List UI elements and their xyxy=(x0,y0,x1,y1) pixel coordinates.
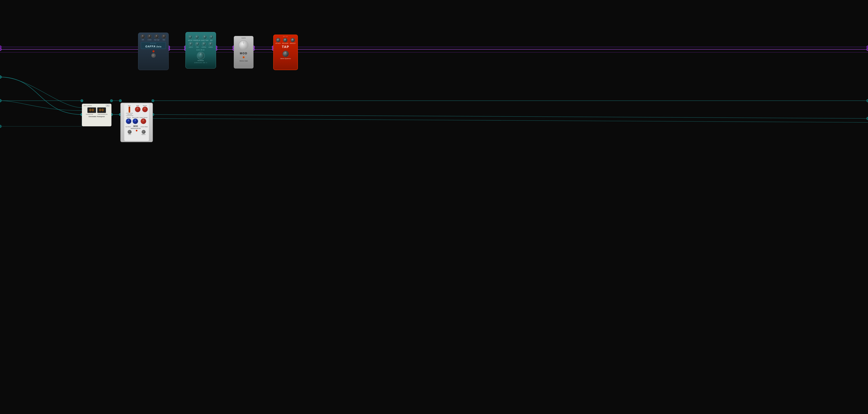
svg-point-35 xyxy=(867,48,868,51)
stereo-gain-knob[interactable] xyxy=(239,40,249,50)
ct-name: Chromatic Transpose xyxy=(89,116,105,117)
ct-label-left: TRANSPOSE xyxy=(86,114,93,115)
ct-transpose-display: 00 xyxy=(87,108,96,113)
arp-mode-label: Arp Mode xyxy=(125,126,131,127)
shrouds-mix-knob[interactable]: MIX xyxy=(209,35,213,41)
shrouds-interval-knob[interactable]: INTERVAL xyxy=(202,42,206,48)
shrouds-lowcut-knob[interactable]: LOWCUT xyxy=(189,42,193,48)
shrouds-earlyref-knob[interactable]: EARLY REF xyxy=(201,35,209,41)
arp-latch-switch[interactable] xyxy=(128,130,131,134)
svg-point-41 xyxy=(81,99,83,102)
shrouds-tone-knob[interactable]: TONE xyxy=(195,42,199,48)
shrouds-brand: SHIRO xyxy=(186,49,215,51)
connections-canvas xyxy=(0,0,868,414)
arp-bypass-switch[interactable] xyxy=(142,130,146,134)
shrouds-boomsize-knob[interactable]: BOOMSIZE xyxy=(197,52,205,61)
svg-point-46 xyxy=(152,99,154,102)
arp-name: ARPEGGIATOR xyxy=(131,128,141,129)
stereo-gain-name: Stereo Gain xyxy=(240,60,248,62)
arp-bypass-label: Bypass xyxy=(142,134,146,135)
gaffa-tapeage-knob[interactable]: tape age xyxy=(154,34,159,40)
stereo-gain-led xyxy=(243,56,244,58)
svg-point-36 xyxy=(867,46,868,48)
arp-division-knob[interactable] xyxy=(142,107,148,112)
arp-bpm-label: BPM xyxy=(136,105,139,106)
svg-point-39 xyxy=(0,125,1,128)
arp-octavespread-knob[interactable] xyxy=(141,118,146,124)
arp-mod-logo: MOD xyxy=(133,125,138,127)
ct-finetranspose-display: 00 xyxy=(97,108,106,113)
arp-latch-label: Latch xyxy=(128,134,131,135)
shrouds-mkii-pedal: DECAY PREDELAY EARLY REF MIX LOWCUT xyxy=(185,32,216,68)
tap-dynamics-top-label: ST4:8 xyxy=(282,35,289,38)
arp-velocity-knob[interactable] xyxy=(126,118,131,124)
gaffa-footswitch[interactable] xyxy=(151,53,156,58)
tap-release-knob[interactable]: RELEASE xyxy=(282,38,288,44)
svg-line-19 xyxy=(153,115,868,118)
shrouds-damper-knob[interactable]: DAMPER xyxy=(209,42,213,48)
tap-main-knob[interactable] xyxy=(282,51,289,57)
svg-point-22 xyxy=(0,46,1,48)
arp-velocity-label: Velocity xyxy=(127,117,131,118)
ct-midi-channel[interactable]: Any xyxy=(106,105,110,107)
arp-octavemode-label: Octave Mode xyxy=(141,126,148,127)
svg-point-21 xyxy=(0,48,1,51)
svg-point-42 xyxy=(110,99,113,102)
tap-dynamics-name: Stereo Dynamics xyxy=(280,58,291,59)
ct-label-right: FINETRANSPOSE xyxy=(98,114,108,115)
arp-sync-options: ● Free Running ○ Beat Sync ○ Quantized S… xyxy=(125,113,133,116)
arp-division-label: Division xyxy=(143,105,147,106)
tap-makeup-knob[interactable]: MAKEUP xyxy=(290,38,296,44)
mod-logo: MOD xyxy=(240,52,248,55)
gaffa-delay-pedal: drift crinkle tape age bias SHIRO GAFFA … xyxy=(138,33,169,70)
svg-point-44 xyxy=(119,99,122,102)
arp-octavespread-label: Octave Spread xyxy=(140,117,147,118)
svg-point-48 xyxy=(867,99,868,102)
stereo-gain-pedal: GAIN MOD Stereo Gain xyxy=(234,36,253,68)
tap-attack-knob[interactable]: ATTACK xyxy=(275,38,281,44)
tap-dynamics-pedal: ST4:8 ATTACK RELEASE MAKEUP TAP Stereo D… xyxy=(273,34,298,70)
arp-sync-indicator xyxy=(129,107,130,113)
gaffa-led xyxy=(153,51,154,52)
svg-point-49 xyxy=(867,117,868,120)
gaffa-display-text: GAFFA Dela xyxy=(145,45,161,48)
svg-point-38 xyxy=(0,99,1,102)
shrouds-predelay-knob[interactable]: PREDELAY xyxy=(193,35,200,41)
shrouds-decay-knob[interactable]: DECAY xyxy=(188,35,193,41)
arp-bpm-knob[interactable] xyxy=(135,107,141,112)
stereo-gain-label: GAIN xyxy=(242,37,246,39)
arp-led xyxy=(136,130,137,131)
chromatic-transpose-pedal: MIDI CHANNEL Any 00 00 TRANSPOSE FINETRA… xyxy=(82,104,112,126)
shrouds-model: SHROUDS MK II xyxy=(186,62,215,63)
mod-arpeggiator-pedal: Sync ● Free Running ○ Beat Sync ○ Quanti… xyxy=(120,103,153,142)
tap-logo: TAP xyxy=(282,45,289,49)
svg-point-37 xyxy=(0,76,1,78)
arp-notelength-knob[interactable] xyxy=(132,118,138,124)
arp-sync-label: Sync xyxy=(128,105,131,106)
gaffa-drift-knob[interactable]: drift xyxy=(141,34,145,40)
arp-notelength-label: Note Length xyxy=(132,117,139,118)
gaffa-crinkle-knob[interactable]: crinkle xyxy=(147,34,152,40)
gaffa-bias-knob[interactable]: bias xyxy=(162,34,166,40)
